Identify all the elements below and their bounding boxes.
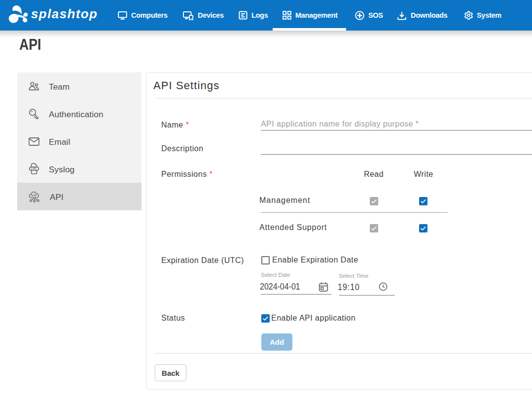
- svg-text:LOG: LOG: [31, 167, 36, 170]
- svg-text:API: API: [32, 194, 37, 197]
- svg-text:splashtop: splashtop: [31, 6, 98, 21]
